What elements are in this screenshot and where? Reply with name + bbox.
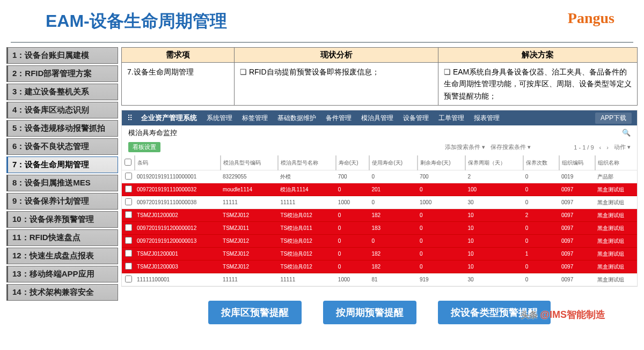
row-checkbox[interactable]	[125, 237, 132, 244]
row-checkbox[interactable]	[125, 211, 132, 218]
save-filter-dropdown[interactable]: 保存搜索条件 ▾	[491, 143, 531, 151]
alert-by-zone-button[interactable]: 按库区预警提醒	[208, 301, 302, 324]
cell-req: 7.设备生命周期管理	[122, 63, 235, 106]
nav-item-4[interactable]: 模治具管理	[361, 114, 393, 123]
row-checkbox[interactable]	[125, 263, 132, 270]
menu-icon[interactable]: ⠿	[127, 114, 131, 122]
data-table: 条码模治具型号编码模治具型号名称寿命(天)使用寿命(天)剩余寿命(天)保养周期（…	[122, 155, 637, 286]
col-6: 剩余寿命(天)	[418, 155, 466, 170]
row-checkbox[interactable]	[125, 224, 132, 231]
table-row[interactable]: TSMZJ01200002TSMZJ012TS模治具01201820102009…	[122, 209, 637, 222]
page-title: EAM-设备生命周期管理	[0, 0, 644, 39]
requirement-table: 需求项 现状分析 解决方案 7.设备生命周期管理 RFID自动提前预警设备即将报…	[121, 47, 638, 106]
sidebar-item-0[interactable]: 1：设备台账归属建模	[6, 47, 118, 64]
add-filter-dropdown[interactable]: 添加搜索条件 ▾	[445, 143, 485, 151]
sidebar-item-13[interactable]: 14：技术架构兼容安全	[6, 284, 118, 301]
sidebar-item-8[interactable]: 9：设备保养计划管理	[6, 193, 118, 210]
sidebar-item-11[interactable]: 12：快速生成盘点报表	[6, 248, 118, 264]
sidebar-item-1[interactable]: 2：RFID部署管理方案	[6, 65, 118, 82]
th-req: 需求项	[122, 48, 235, 63]
table-row[interactable]: TSMZJ01200003TSMZJ012TS模治具01201820100009…	[122, 260, 637, 273]
nav-item-0[interactable]: 系统管理	[207, 114, 232, 123]
table-row[interactable]: 00972019191110000032moudle1114模治具1114020…	[122, 183, 637, 196]
sidebar: 1：设备台账归属建模2：RFID部署管理方案3：建立设备整机关系4：设备库区动态…	[6, 47, 118, 324]
row-checkbox[interactable]	[125, 185, 132, 192]
nav-item-2[interactable]: 基础数据维护	[277, 114, 316, 123]
alert-by-period-button[interactable]: 按周期预警提醒	[323, 301, 416, 324]
search-icon[interactable]: 🔍	[622, 129, 631, 137]
col-3: 模治具型号名称	[278, 155, 335, 170]
table-row[interactable]: 1111110000111111111111000819193000097黑盒测…	[122, 273, 637, 286]
col-4: 寿命(天)	[336, 155, 370, 170]
action-dropdown[interactable]: 动作 ▾	[614, 143, 631, 151]
sidebar-item-12[interactable]: 13：移动终端APP应用	[6, 266, 118, 282]
dashboard-settings-button[interactable]: 看板设置	[128, 142, 160, 152]
app-topbar: ⠿ 企业资产管理系统 系统管理标签管理基础数据维护备件管理模治具管理设备管理工单…	[122, 110, 637, 125]
table-row[interactable]: 0019201919111000000183229055外模7000700200…	[122, 170, 637, 183]
table-row[interactable]: 0097201919111000003811111111111000010003…	[122, 196, 637, 209]
cell-solution: EAM系统自身具备设备仪器、治工夹具、备品备件的生命周期性管理功能，可按库区、周…	[438, 63, 638, 106]
cell-analysis: RFID自动提前预警设备即将报废信息；	[235, 63, 438, 106]
nav-item-7[interactable]: 报表管理	[474, 114, 500, 123]
brand-logo: Pangus	[568, 10, 614, 27]
panel-title-input[interactable]	[128, 129, 343, 137]
app-download-button[interactable]: APP下载	[595, 113, 632, 124]
sidebar-item-6[interactable]: 7：设备生命周期管理	[6, 157, 118, 173]
app-brand: 企业资产管理系统	[141, 113, 197, 123]
watermark: 头条 @IMS智能制造	[521, 308, 605, 321]
nav-item-6[interactable]: 工单管理	[438, 114, 464, 123]
sidebar-item-10[interactable]: 11：RFID快速盘点	[6, 229, 118, 246]
nav-item-1[interactable]: 标签管理	[242, 114, 268, 123]
sidebar-item-5[interactable]: 6：设备不良状态管理	[6, 138, 118, 155]
col-1: 条码	[135, 155, 221, 170]
pager-prev-icon[interactable]: ‹	[599, 144, 602, 151]
pager-label: 1 - 1 / 9	[574, 144, 594, 151]
table-row[interactable]: 00972019191200000013TSMZJ012TS模治具0120001…	[122, 235, 637, 248]
row-checkbox[interactable]	[125, 198, 132, 205]
sidebar-item-4[interactable]: 5：设备违规移动报警抓拍	[6, 120, 118, 137]
pager-next-icon[interactable]: ›	[606, 144, 609, 151]
col-9: 组织编码	[559, 155, 595, 170]
button-row: 按库区预警提醒 按周期预警提醒 按设备类型预警提醒 头条 @IMS智能制造	[121, 291, 638, 324]
sidebar-item-3[interactable]: 4：设备库区动态识别	[6, 102, 118, 118]
col-8: 保养次数	[523, 155, 559, 170]
col-10: 组织名称	[595, 155, 637, 170]
table-row[interactable]: TSMZJ01200001TSMZJ012TS模治具01201820101009…	[122, 248, 637, 260]
row-checkbox[interactable]	[125, 173, 132, 180]
app-screenshot: ⠿ 企业资产管理系统 系统管理标签管理基础数据维护备件管理模治具管理设备管理工单…	[121, 110, 638, 287]
sidebar-item-9[interactable]: 10：设备保养预警管理	[6, 211, 118, 228]
col-2: 模治具型号编码	[221, 155, 278, 170]
table-row[interactable]: 00972019191200000012TSMZJ011TS模治具0110183…	[122, 222, 637, 235]
nav-item-3[interactable]: 备件管理	[326, 114, 352, 123]
th-solution: 解决方案	[438, 48, 638, 63]
th-analysis: 现状分析	[235, 48, 438, 63]
nav-item-5[interactable]: 设备管理	[403, 114, 429, 123]
sidebar-item-7[interactable]: 8：设备归属推送MES	[6, 175, 118, 191]
col-7: 保养周期（天）	[465, 155, 523, 170]
select-all-checkbox[interactable]	[125, 159, 131, 166]
row-checkbox[interactable]	[125, 275, 132, 282]
col-5: 使用寿命(天)	[369, 155, 418, 170]
row-checkbox[interactable]	[125, 250, 132, 257]
col-0	[122, 155, 135, 170]
sidebar-item-2[interactable]: 3：建立设备整机关系	[6, 84, 118, 100]
